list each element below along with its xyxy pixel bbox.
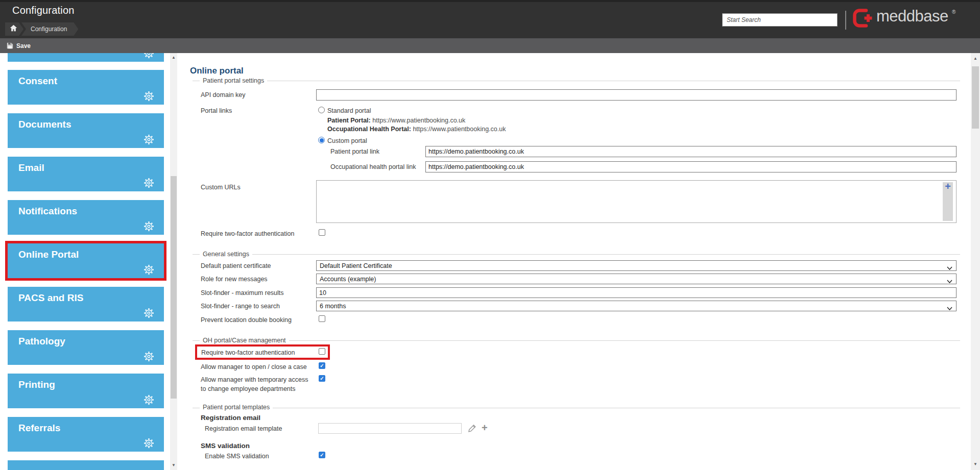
oh-require-2fa-checkbox[interactable] <box>319 348 325 355</box>
allow-manager-temp-access-checkbox[interactable]: ✓ <box>319 375 325 382</box>
save-icon <box>7 42 13 49</box>
sidebar-item-label: Email <box>18 162 44 174</box>
sms-validation-heading: SMS validation <box>201 442 250 450</box>
add-custom-url-icon[interactable]: + <box>943 181 953 192</box>
registration-email-template-label: Registration email template <box>205 425 282 432</box>
default-patient-certificate-select[interactable]: Default Patient Certificate <box>316 260 957 271</box>
sidebar-item-label: Online Portal <box>18 249 79 260</box>
gear-icon[interactable] <box>143 134 155 145</box>
gear-icon[interactable] <box>143 307 155 319</box>
registration-email-template-input[interactable] <box>318 423 462 434</box>
group-legend: General settings <box>200 251 252 258</box>
save-button[interactable]: Save <box>16 42 31 50</box>
sidebar-scrollbar-thumb[interactable] <box>171 176 177 399</box>
slot-finder-range-label: Slot-finder - range to search <box>201 303 280 310</box>
role-for-new-messages-select[interactable]: Accounts (example) <box>316 274 957 284</box>
search-input[interactable] <box>722 13 838 27</box>
gear-icon[interactable] <box>143 351 155 362</box>
standard-patient-portal-url-line: Patient Portal: https://www.patientbooki… <box>327 117 465 124</box>
group-legend: Patient portal templates <box>200 404 273 411</box>
enable-sms-validation-checkbox[interactable]: ✓ <box>319 452 325 458</box>
sidebar-item-label: PACS and RIS <box>18 292 83 304</box>
sidebar-item-partial-bottom[interactable] <box>8 460 164 470</box>
chevron-down-icon <box>947 264 952 271</box>
sidebar-item-label: Printing <box>18 379 55 390</box>
portal-links-label: Portal links <box>201 107 232 114</box>
sidebar-item-online-portal[interactable]: Online Portal <box>8 243 164 278</box>
require-2fa-checkbox[interactable] <box>319 229 325 236</box>
meddbase-logo-icon <box>851 7 874 32</box>
sidebar-item-notifications[interactable]: Notifications <box>8 200 164 235</box>
custom-portal-radio-label: Custom portal <box>327 137 367 144</box>
custom-urls-box[interactable]: + <box>316 180 957 223</box>
gear-icon[interactable] <box>143 53 155 59</box>
gear-icon[interactable] <box>143 220 155 232</box>
scroll-up-icon[interactable]: ▲ <box>170 55 177 60</box>
sidebar-item-pathology[interactable]: Pathology <box>8 330 164 365</box>
standard-oh-portal-url-line: Occupational Health Portal: https://www.… <box>327 126 506 133</box>
group-border-general-settings <box>193 254 960 255</box>
sidebar: Consent Documents Email Notifications On… <box>0 53 169 470</box>
role-for-new-messages-label: Role for new messages <box>201 276 268 283</box>
group-legend: OH portal/Case management <box>200 337 289 344</box>
sidebar-item-label: Referrals <box>18 423 60 434</box>
sidebar-item-documents[interactable]: Documents <box>8 113 164 148</box>
select-value: Default Patient Certificate <box>320 262 392 269</box>
chevron-down-icon <box>947 305 952 312</box>
check-icon: ✓ <box>320 376 324 381</box>
check-icon: ✓ <box>320 453 324 458</box>
group-legend: Patient portal settings <box>200 77 267 84</box>
slot-finder-max-results-input[interactable] <box>316 287 957 298</box>
window-top-edge <box>0 0 980 2</box>
gear-icon[interactable] <box>143 177 155 189</box>
sidebar-item-printing[interactable]: Printing <box>8 374 164 408</box>
title-bar: Configuration Configuration meddbase ® <box>0 0 980 38</box>
oh-require-2fa-label: Require two-factor authentication <box>201 349 295 356</box>
edit-pencil-icon[interactable] <box>467 424 477 435</box>
scroll-up-icon[interactable]: ▲ <box>971 56 980 61</box>
scroll-down-icon[interactable]: ▼ <box>971 462 980 467</box>
breadcrumb-item-configuration[interactable]: Configuration <box>21 22 78 36</box>
prevent-double-booking-label: Prevent location double booking <box>201 316 292 324</box>
sidebar-item-email[interactable]: Email <box>8 157 164 191</box>
page-scrollbar[interactable]: ▲ ▼ <box>971 53 980 470</box>
gear-icon[interactable] <box>143 394 155 406</box>
sidebar-item-partial-top[interactable] <box>8 53 164 62</box>
patient-portal-url: https://www.patientbooking.co.uk <box>372 117 465 124</box>
page-section-heading: Online portal <box>190 66 244 76</box>
action-toolbar: Save <box>0 38 980 53</box>
patient-portal-link-label: Patient portal link <box>330 148 379 155</box>
sidebar-item-consent[interactable]: Consent <box>8 70 164 105</box>
add-template-icon[interactable]: + <box>482 422 488 434</box>
page-scrollbar-thumb[interactable] <box>972 66 979 129</box>
standard-portal-radio[interactable] <box>318 107 325 113</box>
slot-finder-range-select[interactable]: 6 months <box>316 301 957 311</box>
allow-manager-temp-access-label-line1: Allow manager with temporary access <box>201 376 308 383</box>
sidebar-item-label: Notifications <box>18 206 77 217</box>
select-value: 6 months <box>320 303 346 310</box>
allow-manager-open-close-checkbox[interactable]: ✓ <box>319 362 325 369</box>
prevent-double-booking-checkbox[interactable] <box>319 315 325 322</box>
patient-portal-link-input[interactable] <box>425 146 957 157</box>
patient-portal-url-label: Patient Portal: <box>327 117 371 124</box>
gear-icon[interactable] <box>143 90 155 102</box>
gear-icon[interactable] <box>143 264 155 276</box>
scroll-down-icon[interactable]: ▼ <box>170 463 177 468</box>
sidebar-item-referrals[interactable]: Referrals <box>8 417 164 452</box>
enable-sms-validation-label: Enable SMS validation <box>205 453 269 460</box>
require-2fa-label: Require two-factor authentication <box>201 230 294 237</box>
oh-portal-url: https://www.patientbooking.co.uk <box>413 126 506 133</box>
allow-manager-temp-access-label-line2: to change employee departments <box>201 385 296 392</box>
sidebar-item-pacs-and-ris[interactable]: PACS and RIS <box>8 287 164 321</box>
sidebar-item-label: Documents <box>18 119 71 130</box>
gear-icon[interactable] <box>143 437 155 449</box>
api-domain-key-input[interactable] <box>316 89 957 101</box>
oh-portal-link-input[interactable] <box>425 161 957 172</box>
page-title: Configuration <box>12 5 75 16</box>
home-icon <box>10 24 17 34</box>
sidebar-scrollbar[interactable]: ▲ ▼ <box>170 53 177 470</box>
registration-email-heading: Registration email <box>201 414 260 422</box>
select-value: Accounts (example) <box>320 276 376 283</box>
custom-portal-radio[interactable] <box>318 137 325 143</box>
breadcrumb-home[interactable] <box>5 22 23 36</box>
